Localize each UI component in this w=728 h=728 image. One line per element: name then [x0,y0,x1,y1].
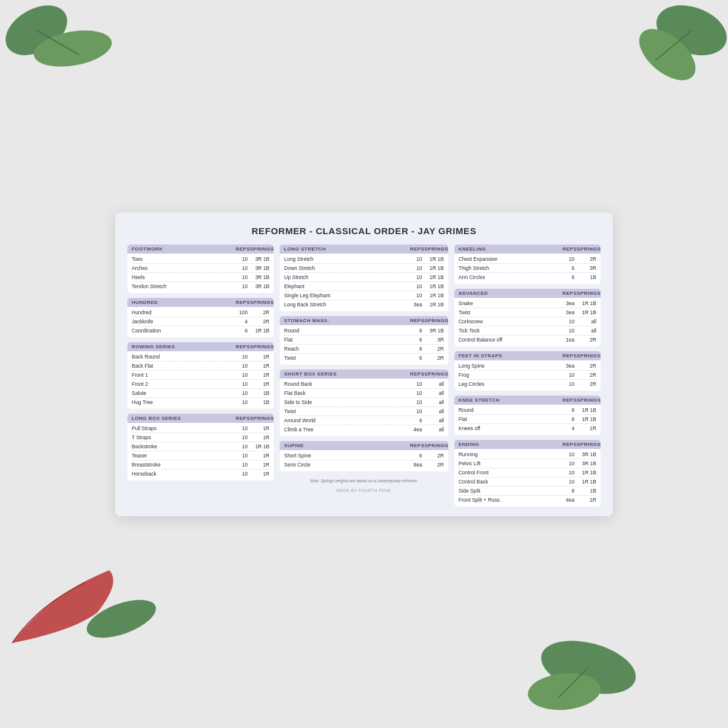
exercise-reps: 10 [555,318,575,325]
leaf-top-left [0,0,133,97]
knee-stretch-title: KNEE STRETCH [459,397,558,403]
table-row: Flat81R 1B [459,415,596,424]
table-row: Control Balance off1ea2R [459,335,596,344]
exercise-springs: 1R [248,354,269,360]
table-row: Snake3ea1R 1B [459,299,596,308]
exercise-springs: 1R 1B [575,470,596,476]
table-row: Chest Expansion102R [459,255,596,264]
main-card: REFORMER - CLASSICAL ORDER - JAY GRIMES … [115,212,613,516]
table-row: Control Front101R 1B [459,468,596,477]
exercise-reps: 6 [403,337,422,343]
exercise-reps: 10 [228,256,248,262]
svg-line-2 [36,30,79,55]
exercise-name: Control Front [459,470,555,476]
exercise-name: Knees off [459,425,555,431]
table-row: Breaststroke101R [132,460,269,470]
exercise-reps: 10 [555,328,575,334]
exercise-springs: 2R [422,355,444,361]
exercise-name: Twist [459,309,555,315]
exercise-name: Front 1 [132,372,228,378]
exercise-name: Up Stretch [284,274,402,280]
table-row: Arm Circles61B [459,273,596,281]
exercise-springs: all [422,381,444,387]
exercise-springs: 2R [575,363,596,369]
exercise-springs: 1R 1B [248,328,269,334]
table-row: Around World6all [284,416,443,425]
supine-springs-label: SPRINGS [425,443,444,448]
table-row: Side Split81B [459,487,596,496]
exercise-springs: 1R 1B [575,309,596,315]
advanced-section: ADVANCED REPS SPRINGS Snake3ea1R 1BTwist… [454,289,601,346]
table-row: Pelvic Lift103R 1B [459,459,596,468]
ending-body: Running103R 1BPelvic Lift103R 1BControl … [454,449,601,507]
exercise-name: Around World [284,417,402,423]
table-row: Semi Circle8ea2R [284,460,443,469]
exercise-springs: 3R [422,337,444,343]
exercise-name: Chest Expansion [459,256,555,262]
table-row: Back Round101R [132,352,269,362]
leaf-bottom-left [0,534,182,655]
exercise-reps: 6 [403,355,422,361]
table-row: Toes103R 1B [132,255,269,264]
exercise-name: Elephant [284,283,402,289]
svg-line-9 [558,667,588,698]
table-row: Up Stretch101R 1B [284,273,443,282]
exercise-name: Corkscrew [459,318,555,325]
exercise-springs: 2R [248,318,269,325]
svg-point-7 [535,632,641,704]
exercise-reps: 10 [228,363,248,369]
exercise-springs: 3R 1B [248,274,269,280]
exercise-springs: 1R [248,434,269,440]
exercise-reps: 8 [555,488,575,494]
exercise-springs: 1R 1B [575,416,596,422]
table-row: Backstroke101R 1B [132,442,269,451]
exercise-reps: 3ea [555,300,575,306]
exercise-springs: all [422,417,444,423]
exercise-name: Climb a Tree [284,426,402,433]
footwork-title: FOOTWORK [132,246,231,252]
exercise-reps: 4 [228,318,248,325]
leaf-top-right [607,0,728,103]
col-left: FOOTWORK REPS SPRINGS Toes103R 1BArches1… [127,244,274,507]
exercise-reps: 4 [555,425,575,431]
exercise-reps: 10 [228,265,248,271]
hundred-header: HUNDRED REPS SPRINGS [127,298,274,307]
table-row: Arches103R 1B [132,264,269,273]
exercise-springs: 3R 1B [575,460,596,467]
feet-in-straps-title: FEET IN STRAPS [459,353,558,359]
card-title: REFORMER - CLASSICAL ORDER - JAY GRIMES [127,226,601,236]
columns-wrapper: FOOTWORK REPS SPRINGS Toes103R 1BArches1… [127,244,601,507]
exercise-name: Tick Tock [459,328,555,334]
exercise-name: Single Leg Elephant [284,292,402,298]
rowing-body: Back Round101RBack Flat101RFront 1101RFr… [127,351,274,409]
svg-point-0 [0,0,76,66]
table-row: Pull Straps101R [132,424,269,433]
exercise-name: T Straps [132,434,228,440]
rowing-springs-label: SPRINGS [250,344,269,349]
exercise-name: Front 2 [132,381,228,387]
exercise-name: Round Back [284,381,402,387]
exercise-name: Back Round [132,354,228,360]
table-row: Twist10all [284,407,443,416]
exercise-name: Back Flat [132,363,228,369]
table-row: Horseback101R [132,470,269,478]
exercise-reps: 10 [403,274,422,280]
exercise-springs: 1R 1B [422,302,444,308]
exercise-springs: 1B [248,399,269,405]
hundred-body: Hundred1002RJackknife42RCoordination61R … [127,307,274,337]
exercise-springs: 3R 1B [248,283,269,289]
table-row: Long Stretch101R 1B [284,255,443,264]
exercise-springs: 1R 1B [422,292,444,298]
exercise-springs: 2R [248,309,269,315]
footwork-reps-label: REPS [231,246,250,252]
ending-header: ENDING REPS SPRINGS [454,440,601,449]
table-row: Hug Tree101B [132,398,269,406]
hundred-reps-label: REPS [231,300,250,305]
exercise-name: Long Spine [459,363,555,369]
exercise-name: Semi Circle [284,462,402,468]
exercise-springs: 1B [575,274,596,280]
exercise-name: Jackknife [132,318,228,325]
exercise-reps: 6 [555,274,575,280]
exercise-springs: 2R [575,337,596,343]
advanced-title: ADVANCED [459,291,558,296]
